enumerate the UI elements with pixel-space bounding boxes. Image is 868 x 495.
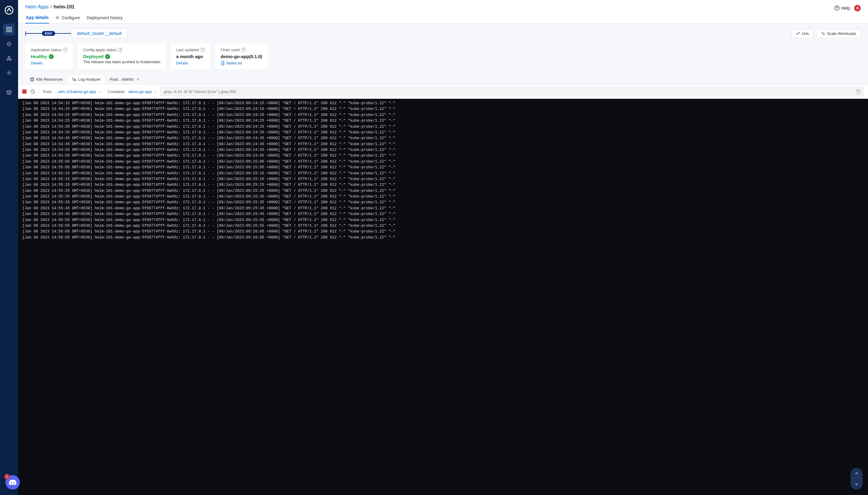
container-select[interactable]: demo-go-app ⌄: [128, 89, 157, 94]
pods-label: Pods: [43, 89, 52, 94]
subtab-log-analyzer[interactable]: Log Analyzer: [67, 74, 105, 84]
env-select[interactable]: default_cluster__default: [71, 28, 128, 38]
log-line: [Jan 08 2023 14:55:35 GMT+0530] helm-101…: [22, 194, 864, 200]
sidebar-item-apps[interactable]: [3, 23, 15, 36]
close-icon[interactable]: ✕: [136, 77, 140, 82]
breadcrumb-current: helm-101: [54, 4, 75, 10]
svg-rect-2: [10, 27, 12, 29]
breadcrumb-separator: /: [50, 4, 51, 10]
log-line: [Jan 08 2023 14:54:45 GMT+0530] helm-101…: [22, 136, 864, 141]
svg-point-8: [10, 59, 12, 61]
breadcrumb-root[interactable]: Helm Apps: [25, 4, 49, 10]
card-app-status: Application status? Healthy✓ Details: [25, 44, 73, 70]
search-list-icon: [72, 77, 76, 82]
file-icon: [220, 61, 225, 65]
svg-point-13: [74, 79, 76, 81]
card-last-updated: Last updated? a month ago Details: [170, 44, 210, 70]
sidebar-item-clusters[interactable]: [3, 52, 15, 65]
scroll-controls: [851, 468, 863, 490]
log-line: [Jan 08 2023 14:54:25 GMT+0530] helm-101…: [22, 118, 864, 124]
log-line: [Jan 08 2023 14:55:15 GMT+0530] helm-101…: [22, 171, 864, 176]
info-icon[interactable]: ?: [241, 48, 246, 52]
app-status-details-link[interactable]: Details: [31, 61, 43, 65]
svg-rect-4: [10, 30, 12, 32]
urls-button[interactable]: Urls: [791, 29, 814, 38]
info-icon[interactable]: ?: [63, 48, 67, 52]
card-chart-used: Chart used? demo-go-app(0.1.0) Notes.txt: [215, 44, 268, 70]
discord-button[interactable]: 1: [5, 475, 20, 490]
scale-icon: [821, 31, 825, 36]
last-updated-details-link[interactable]: Details: [176, 61, 188, 65]
svg-point-0: [5, 6, 13, 14]
log-line: [Jan 08 2023 14:54:35 GMT+0530] helm-101…: [22, 130, 864, 136]
log-line: [Jan 08 2023 14:54:25 GMT+0530] helm-101…: [22, 112, 864, 118]
svg-rect-1: [6, 27, 9, 29]
chevron-down-icon: ⌄: [98, 89, 101, 94]
notes-link[interactable]: Notes.txt: [220, 61, 262, 65]
cube-icon: [30, 77, 34, 82]
stop-button[interactable]: [22, 89, 27, 93]
log-line: [Jan 08 2023 14:55:05 GMT+0530] helm-101…: [22, 159, 864, 165]
svg-point-12: [57, 17, 59, 18]
log-line: [Jan 08 2023 14:54:35 GMT+0530] helm-101…: [22, 124, 864, 130]
log-search-input[interactable]: [164, 89, 853, 94]
env-badge: ENV: [42, 31, 55, 36]
page-header: Helm Apps / helm-101 Help A: [18, 0, 868, 13]
log-line: [Jan 08 2023 14:55:55 GMT+0530] helm-101…: [22, 217, 864, 223]
sidebar-separator: [5, 84, 13, 84]
scroll-up-button[interactable]: [851, 468, 863, 479]
help-label: Help: [841, 6, 850, 11]
svg-point-9: [8, 72, 10, 74]
gear-icon: [55, 15, 60, 20]
sidebar-item-settings[interactable]: [3, 67, 15, 79]
log-line: [Jan 08 2023 14:55:25 GMT+0530] helm-101…: [22, 188, 864, 194]
log-line: [Jan 08 2023 14:56:05 GMT+0530] helm-101…: [22, 235, 864, 241]
abort-button[interactable]: [30, 89, 35, 94]
svg-point-6: [9, 56, 10, 58]
sidebar-item-helm[interactable]: [3, 38, 15, 50]
check-icon: ✓: [105, 54, 110, 59]
breadcrumb: Helm Apps / helm-101: [25, 4, 861, 10]
log-line: [Jan 08 2023 14:54:55 GMT+0530] helm-101…: [22, 153, 864, 159]
subtab-pod[interactable]: Pod/...-6wh9z ✕: [105, 74, 145, 84]
log-output[interactable]: [Jan 08 2023 14:54:15 GMT+0530] helm-101…: [18, 99, 868, 495]
link-icon: [796, 31, 800, 36]
info-icon[interactable]: ?: [118, 48, 122, 52]
info-icon[interactable]: ?: [200, 48, 205, 52]
log-line: [Jan 08 2023 14:54:15 GMT+0530] helm-101…: [22, 106, 864, 112]
log-line: [Jan 08 2023 14:56:05 GMT+0530] helm-101…: [22, 229, 864, 235]
scale-workloads-button[interactable]: Scale Workloads: [817, 29, 861, 38]
log-line: [Jan 08 2023 14:55:35 GMT+0530] helm-101…: [22, 200, 864, 205]
card-config-status: Config apply status? Deployed✓ The relea…: [78, 44, 166, 70]
resource-tabs: K8s Resources Log Analyzer Pod/...-6wh9z…: [18, 74, 868, 84]
log-line: [Jan 08 2023 14:54:15 GMT+0530] helm-101…: [22, 101, 864, 106]
sidebar-item-stack[interactable]: [3, 86, 15, 99]
log-line: [Jan 08 2023 14:54:45 GMT+0530] helm-101…: [22, 141, 864, 147]
log-line: [Jan 08 2023 14:55:55 GMT+0530] helm-101…: [22, 223, 864, 229]
log-line: [Jan 08 2023 14:54:55 GMT+0530] helm-101…: [22, 147, 864, 153]
env-indicator: ENV: [25, 31, 71, 36]
chevron-down-icon: ⌄: [153, 89, 157, 94]
user-avatar[interactable]: A: [854, 5, 861, 12]
svg-point-5: [8, 43, 10, 45]
help-icon: [834, 5, 840, 11]
tab-deployment-history[interactable]: Deployment history: [86, 13, 123, 23]
log-line: [Jan 08 2023 14:55:25 GMT+0530] helm-101…: [22, 182, 864, 188]
scroll-down-button[interactable]: [851, 479, 863, 490]
container-label: Container: [108, 89, 125, 94]
main-tabs: App details Configure Deployment history: [18, 13, 868, 23]
log-line: [Jan 08 2023 14:55:05 GMT+0530] helm-101…: [22, 165, 864, 170]
log-line: [Jan 08 2023 14:55:45 GMT+0530] helm-101…: [22, 211, 864, 217]
notification-badge: 1: [4, 474, 10, 479]
pod-select[interactable]: ...elm-101demo-go-app ⌄: [55, 89, 101, 94]
svg-point-7: [7, 59, 9, 61]
search-help-icon[interactable]: ?: [856, 89, 861, 94]
help-button[interactable]: Help: [834, 5, 850, 11]
log-line: [Jan 08 2023 14:55:15 GMT+0530] helm-101…: [22, 176, 864, 182]
sidebar-nav: [0, 0, 18, 495]
log-toolbar: Pods ...elm-101demo-go-app ⌄ Container d…: [18, 84, 868, 99]
subtab-k8s-resources[interactable]: K8s Resources: [25, 74, 67, 84]
card-config-sub: The release has been pushed to Kubernete…: [83, 59, 161, 64]
tab-configure[interactable]: Configure: [54, 13, 80, 23]
tab-app-details[interactable]: App details: [25, 13, 49, 23]
